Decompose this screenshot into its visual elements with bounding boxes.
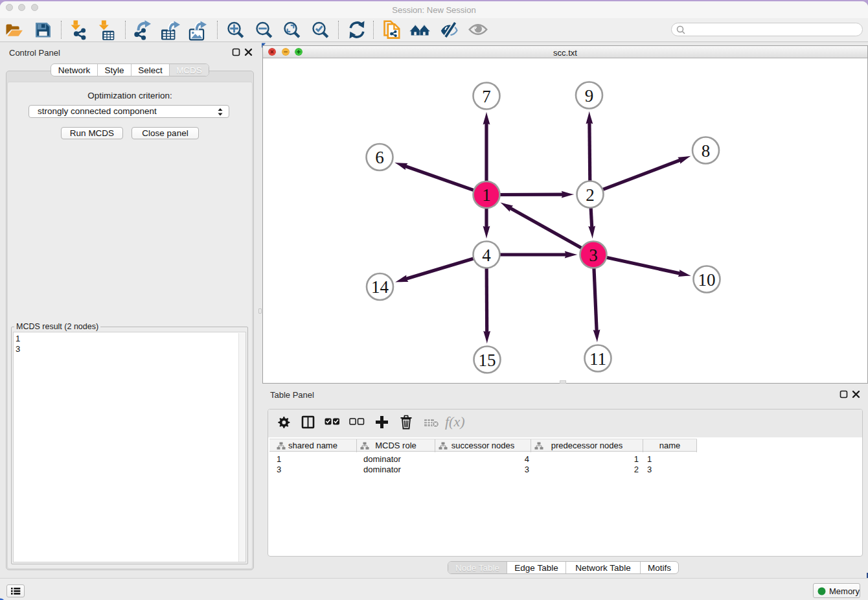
- svg-text:1: 1: [482, 185, 491, 205]
- svg-text:8: 8: [702, 141, 711, 161]
- svg-text:10: 10: [698, 270, 716, 290]
- svg-text:3: 3: [589, 246, 598, 265]
- svg-text:15: 15: [479, 351, 496, 370]
- svg-text:6: 6: [375, 148, 384, 167]
- svg-text:14: 14: [371, 277, 389, 297]
- svg-text:7: 7: [482, 87, 491, 106]
- svg-text:11: 11: [589, 349, 606, 369]
- svg-text:4: 4: [482, 246, 491, 265]
- svg-text:2: 2: [586, 185, 595, 205]
- svg-text:9: 9: [585, 86, 594, 106]
